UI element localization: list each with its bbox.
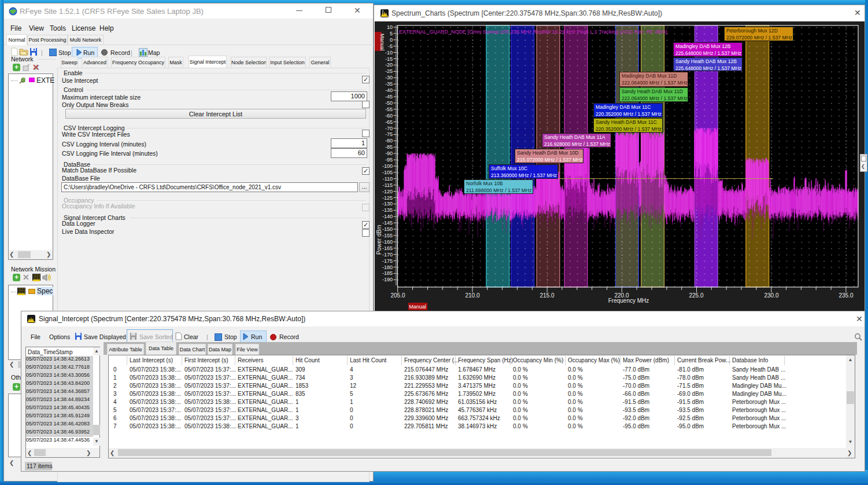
svg-text:-85: -85: [385, 144, 393, 150]
svg-text:Manual: Manual: [379, 34, 385, 51]
svg-text:-135: -135: [382, 207, 393, 213]
svg-text:10: 10: [387, 24, 393, 30]
svg-text:-145: -145: [382, 220, 393, 226]
svg-text:-35: -35: [385, 81, 393, 87]
svg-text:-25: -25: [385, 68, 393, 74]
svg-text:-70: -70: [385, 126, 393, 131]
svg-text:235.0: 235.0: [839, 292, 853, 299]
svg-text:Manual: Manual: [409, 304, 426, 310]
svg-text:-100: -100: [382, 163, 393, 169]
svg-text:-60: -60: [385, 113, 393, 119]
svg-text:Frequency MHz: Frequency MHz: [608, 297, 649, 304]
svg-text:-170: -170: [382, 252, 393, 258]
svg-text:210.0: 210.0: [465, 292, 479, 299]
svg-text:-15: -15: [385, 56, 393, 62]
svg-text:-115: -115: [383, 182, 393, 188]
svg-text:-180: -180: [382, 264, 393, 270]
svg-text:5: 5: [390, 31, 393, 36]
svg-text:230.0: 230.0: [764, 292, 778, 299]
svg-text:-130: -130: [382, 201, 393, 207]
svg-text:-190: -190: [382, 277, 393, 282]
svg-text:-150: -150: [382, 226, 393, 232]
svg-text:205.0: 205.0: [390, 292, 405, 299]
svg-text:0: 0: [390, 37, 393, 43]
svg-text:-140: -140: [382, 214, 393, 219]
svg-text:-120: -120: [382, 189, 393, 194]
svg-text:-50: -50: [385, 100, 393, 106]
svg-text:EXTERNAL_GUARD_NODE [Omni Swee: EXTERNAL_GUARD_NODE [Omni Sweep:205-236 …: [399, 29, 667, 35]
svg-text:-65: -65: [385, 119, 393, 125]
svg-text:-45: -45: [385, 94, 393, 100]
svg-text:-40: -40: [385, 87, 393, 93]
svg-text:-90: -90: [385, 150, 393, 156]
svg-text:-55: -55: [385, 106, 393, 112]
svg-text:225.0: 225.0: [689, 292, 703, 299]
svg-text:-155: -155: [382, 233, 393, 238]
svg-text:-80: -80: [385, 138, 393, 144]
svg-text:215.0: 215.0: [540, 292, 554, 299]
svg-text:-110: -110: [383, 176, 393, 182]
svg-text:-105: -105: [382, 170, 393, 175]
svg-text:-165: -165: [382, 245, 393, 251]
svg-text:-160: -160: [382, 239, 393, 245]
svg-text:-95: -95: [385, 157, 393, 163]
svg-text:-185: -185: [382, 270, 393, 276]
svg-text:-5: -5: [388, 43, 393, 49]
svg-text:-125: -125: [382, 195, 393, 201]
svg-text:Power dBm: Power dBm: [376, 225, 382, 255]
svg-text:-30: -30: [385, 75, 393, 80]
svg-text:-20: -20: [385, 62, 393, 68]
svg-text:-75: -75: [385, 131, 393, 137]
svg-text:-175: -175: [382, 258, 393, 264]
svg-text:-10: -10: [385, 50, 393, 56]
